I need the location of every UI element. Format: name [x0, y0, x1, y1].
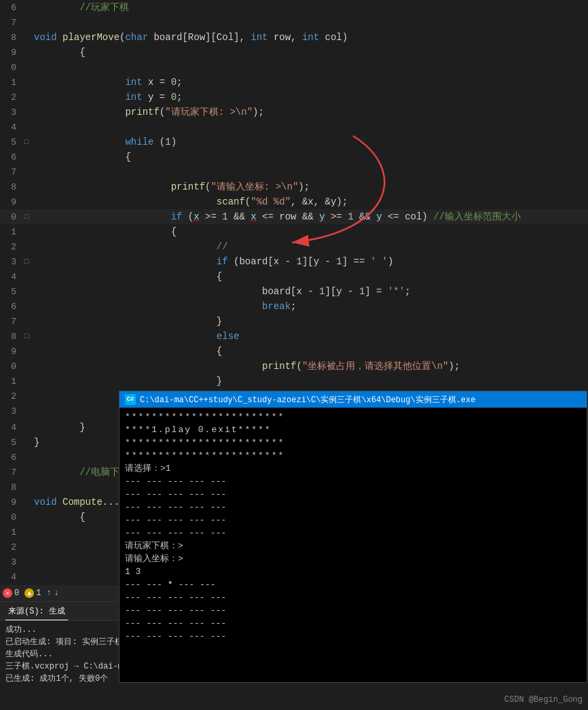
code-line-16: 6 {	[0, 149, 588, 164]
code-line-25: 5 board[x - 1][y - 1] = '*';	[0, 284, 588, 299]
board-cell: ---	[168, 617, 183, 630]
code-line-26: 6 break;	[0, 299, 588, 314]
line-content-27: }	[31, 314, 588, 329]
terminal-window: C# C:\dai-ma\CC++study\C_study-azoezi\C\…	[119, 391, 587, 683]
line-num-37: 7	[0, 467, 22, 478]
code-line-12: 2 int y = 0;	[0, 90, 588, 105]
code-line-21: 1 {	[0, 224, 588, 239]
board-cell: ---	[189, 630, 204, 643]
board-after-row-3: --- --- --- --- ---	[125, 604, 581, 617]
board-cell: ---	[146, 591, 162, 604]
arrow-up[interactable]: ↑	[46, 588, 51, 598]
board-cell: ---	[168, 514, 183, 527]
board-cell: ---	[125, 578, 141, 591]
code-line-17: 7	[0, 164, 588, 179]
line-num-16: 6	[0, 152, 22, 162]
terminal-title: C:\dai-ma\CC++study\C_study-azoezi\C\实例三…	[140, 394, 475, 406]
board-cell: ---	[168, 604, 183, 617]
line-content-20: if (x >= 1 && x <= row && y >= 1 && y <=…	[31, 209, 588, 224]
fold-gutter-15: □	[22, 138, 31, 146]
warning-icon: ▲	[24, 588, 34, 598]
terminal-line-5: 请选择：>1	[125, 462, 581, 475]
line-content-22: //	[31, 239, 588, 254]
terminal-titlebar: C# C:\dai-ma\CC++study\C_study-azoezi\C\…	[120, 391, 587, 408]
line-content-25: board[x - 1][y - 1] = '*';	[31, 284, 588, 299]
board-cell: ---	[210, 488, 226, 501]
line-content-24: {	[31, 269, 588, 284]
line-num-43: 3	[0, 557, 22, 567]
terminal-icon: C#	[125, 394, 136, 405]
board-cell: ---	[210, 514, 226, 527]
line-content-29: {	[31, 344, 588, 359]
line-content-19: scanf("%d %d", &x, &y);	[31, 194, 588, 209]
line-content-28: else	[31, 329, 588, 344]
line-content-26: break;	[31, 299, 588, 314]
board-cell: ---	[168, 488, 183, 501]
line-num-24: 4	[0, 272, 22, 282]
board-cell: ---	[210, 630, 226, 643]
line-num-11: 1	[0, 77, 22, 88]
line-num-40: 0	[0, 512, 22, 522]
board-cell: ---	[210, 617, 226, 630]
line-content-11: int x = 0;	[31, 75, 588, 90]
board-cell: ---	[146, 501, 162, 514]
line-content-9: {	[31, 45, 588, 60]
line-content-30: printf("坐标被占用，请选择其他位置\n");	[31, 359, 588, 374]
board-cell: ---	[146, 630, 162, 643]
output-text-5: 已生成: 成功1个, 失败0个	[5, 673, 108, 685]
navigation-arrows[interactable]: ↑ ↓	[46, 588, 58, 598]
code-line-27: 7 }	[0, 314, 588, 329]
output-text-1: 成功...	[5, 624, 37, 636]
board-cell: ---	[125, 514, 141, 527]
code-line-13: 3 printf("请玩家下棋: >\n");	[0, 105, 588, 120]
line-num-26: 6	[0, 302, 22, 312]
board-cell: ---	[210, 591, 226, 604]
line-num-15: 5	[0, 137, 22, 147]
terminal-line-2: ****1.play 0.exit*****	[125, 423, 581, 436]
board-cell: ---	[125, 475, 141, 488]
output-text-2: 已启动生成: 项目: 实例三子棋	[5, 636, 123, 648]
board-after-row-1: --- --- * --- ---	[125, 578, 581, 591]
code-line-20: 0 □ if (x >= 1 && x <= row && y >= 1 && …	[0, 209, 588, 224]
error-icon: ✕	[3, 588, 12, 598]
tab-build[interactable]: 来源(S): 生成	[5, 603, 68, 620]
board-cell: ---	[146, 514, 162, 527]
line-num-22: 2	[0, 242, 22, 252]
csdn-watermark: CSDN @Begin_Gong	[504, 695, 583, 705]
terminal-input: 1 3	[125, 565, 581, 578]
line-content-12: int y = 0;	[31, 90, 588, 105]
board-row-2: --- --- --- --- ---	[125, 488, 581, 501]
line-content-15: while (1)	[31, 135, 588, 149]
terminal-prompt-chess: 请玩家下棋：>	[125, 539, 581, 552]
code-line-9: 9 {	[0, 45, 588, 60]
board-cell: ---	[146, 604, 162, 617]
board-cell: ---	[146, 475, 162, 488]
error-count: ✕ 0	[3, 588, 19, 598]
arrow-down[interactable]: ↓	[54, 588, 59, 598]
board-after-row-4: --- --- --- --- ---	[125, 617, 581, 630]
board-cell: ---	[125, 527, 141, 539]
code-line-24: 4 {	[0, 269, 588, 284]
board-cell: ---	[200, 578, 215, 591]
error-number: 0	[14, 588, 19, 598]
line-content-6: //玩家下棋	[31, 0, 588, 15]
board-cell: ---	[189, 488, 204, 501]
board-cell: ---	[146, 527, 162, 539]
board-row-1: --- --- --- --- ---	[125, 475, 581, 488]
line-num-14: 4	[0, 122, 22, 132]
board-cell: ---	[189, 527, 204, 539]
line-num-25: 5	[0, 287, 22, 297]
warning-count: ▲ 1	[24, 588, 41, 598]
board-after-row-2: --- --- --- --- ---	[125, 591, 581, 604]
code-line-19: 9 scanf("%d %d", &x, &y);	[0, 194, 588, 209]
code-line-14: 4	[0, 120, 588, 135]
board-cell: ---	[125, 488, 141, 501]
terminal-prompt-coord: 请输入坐标：>	[125, 552, 581, 565]
line-num-33: 3	[0, 406, 22, 416]
fold-gutter-23: □	[22, 258, 31, 266]
line-content-18: printf("请输入坐标: >\n");	[31, 179, 588, 194]
code-line-7: 7	[0, 15, 588, 30]
code-line-30: 0 printf("坐标被占用，请选择其他位置\n");	[0, 359, 588, 374]
line-num-34: 4	[0, 423, 22, 433]
terminal-line-4: ************************	[125, 449, 581, 462]
